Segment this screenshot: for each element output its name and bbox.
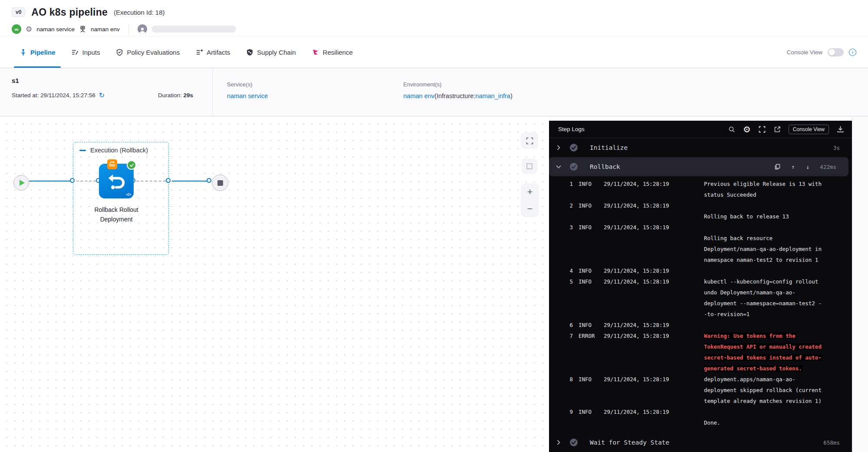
step-success-icon (127, 160, 136, 170)
connector-ring[interactable] (166, 178, 171, 183)
page-title: AO k8s pipeline (31, 7, 108, 18)
scroll-down-icon[interactable]: ↓ (806, 164, 810, 170)
log-message: Rolling back resourceDeployment/naman-qa… (704, 222, 852, 265)
log-entry: 6INFO29/11/2024, 15:28:19 (549, 320, 852, 330)
started-at-text: Started at: 29/11/2024, 15:27:56 (12, 92, 95, 99)
log-line-number: 9 (549, 406, 573, 417)
scroll-up-icon[interactable]: ↑ (792, 164, 795, 170)
header-environment-name[interactable]: naman env (91, 26, 120, 33)
tab-resilience[interactable]: Resilience (312, 36, 353, 68)
zoom-in-button[interactable]: + (527, 187, 533, 197)
download-logs-icon[interactable] (836, 125, 844, 133)
log-timestamp: 29/11/2024, 15:28:19 (604, 320, 677, 330)
section-name: Initialize (590, 144, 628, 151)
tab-pipeline-label: Pipeline (30, 49, 56, 56)
cd-module-icon: ∞ (12, 24, 21, 34)
chevron-down-icon[interactable] (554, 164, 563, 169)
execution-history-icon[interactable]: ↻ (99, 91, 105, 99)
environment-link[interactable]: naman env(Infrastructure:naman_infra) (403, 92, 512, 99)
log-search-icon[interactable] (728, 125, 736, 133)
log-timestamp: 29/11/2024, 15:28:19 (604, 374, 677, 385)
pipeline-start-node[interactable] (13, 175, 29, 191)
log-level: INFO (579, 406, 604, 417)
step-success-icon (569, 143, 579, 152)
connector-ring[interactable] (70, 178, 75, 183)
log-message: Rolling back to release 13 (704, 200, 852, 222)
tab-artifacts[interactable]: Artifacts (195, 36, 230, 68)
tab-inputs-label: Inputs (82, 49, 100, 56)
stage-name[interactable]: s1 (12, 77, 212, 84)
tab-policy-evaluations[interactable]: Policy Evaluations (115, 36, 180, 68)
canvas-fullscreen-button[interactable] (521, 132, 538, 149)
step-node-label[interactable]: Rollback RolloutDeployment (73, 205, 160, 224)
tab-artifacts-label: Artifacts (207, 49, 230, 56)
execution-group-box[interactable] (73, 142, 169, 255)
service-gear-icon: ⚙ (26, 26, 32, 33)
log-message (704, 265, 852, 276)
tab-resilience-label: Resilience (323, 49, 353, 56)
log-level: INFO (579, 276, 604, 287)
chevron-right-icon[interactable] (554, 440, 563, 445)
step-success-icon (569, 438, 579, 447)
log-entry: 2INFO29/11/2024, 15:28:19 Rolling back t… (549, 200, 852, 222)
app-root: v0 AO k8s pipeline (Execution Id: 18) ∞ … (0, 0, 868, 452)
log-line-number: 1 (549, 178, 573, 189)
log-entry: 7ERROR29/11/2024, 15:28:19Warning: Use t… (549, 330, 852, 374)
header-service-name[interactable]: naman service (36, 26, 75, 33)
log-console-view-button[interactable]: Console View (789, 125, 829, 134)
collapse-group-icon[interactable] (79, 150, 86, 151)
log-timestamp: 29/11/2024, 15:28:19 (604, 265, 677, 276)
log-settings-icon[interactable]: ⚙ (743, 125, 751, 134)
log-level: INFO (579, 222, 604, 233)
pipeline-end-node[interactable] (212, 175, 228, 191)
open-in-new-icon[interactable] (773, 125, 781, 133)
copy-logs-icon[interactable] (774, 164, 780, 170)
console-view-toggle[interactable] (828, 48, 844, 56)
log-section-initialize[interactable]: Initialize 3s (549, 138, 852, 157)
canvas-select-button[interactable] (522, 158, 537, 174)
stop-icon (217, 180, 223, 186)
supply-chain-shield-icon (246, 48, 253, 56)
resilience-chaos-icon (312, 48, 319, 56)
log-message: Done. (704, 406, 852, 428)
info-icon[interactable]: i (849, 49, 856, 56)
rollout-deployment-badge-icon (107, 159, 117, 169)
environment-rack-icon (79, 26, 86, 33)
tab-pipeline[interactable]: Pipeline (19, 36, 56, 68)
log-timestamp: 29/11/2024, 15:28:19 (604, 330, 677, 341)
log-entry: 3INFO29/11/2024, 15:28:19 Rolling back r… (549, 222, 852, 265)
pipeline-icon (19, 48, 27, 56)
log-message (704, 320, 852, 330)
service-link[interactable]: naman service (227, 92, 268, 99)
duration-text: Duration: 29s (158, 92, 212, 99)
rollback-arrow-icon (106, 171, 126, 191)
section-duration: 658ms (823, 439, 840, 446)
log-entry: 4INFO29/11/2024, 15:28:19 (549, 265, 852, 276)
stage-summary-bar: s1 Started at: 29/11/2024, 15:27:56 ↻ Du… (0, 68, 868, 116)
chevron-right-icon[interactable] (554, 145, 563, 150)
log-message: kubectl --kubeconfig=config rolloutundo … (704, 276, 852, 320)
log-level: INFO (579, 200, 604, 211)
pipeline-canvas[interactable]: Execution (Rollback) </> (0, 116, 549, 452)
log-line-number: 5 (549, 276, 573, 287)
version-badge[interactable]: v0 (12, 7, 25, 17)
log-lines-container[interactable]: 1INFO29/11/2024, 15:28:19Previous eligib… (549, 176, 852, 433)
log-entry: 8INFO29/11/2024, 15:28:19deployment.apps… (549, 374, 852, 406)
log-section-wait-for-steady-state[interactable]: Wait for Steady State 658ms (549, 433, 852, 452)
log-fullscreen-icon[interactable] (758, 125, 766, 133)
log-level: INFO (579, 374, 604, 385)
tab-inputs[interactable]: Inputs (71, 36, 100, 68)
main-area: Execution (Rollback) </> (0, 116, 868, 452)
environments-label: Environment(s) (403, 81, 512, 88)
log-line-number: 6 (549, 320, 573, 330)
log-line-number: 8 (549, 374, 573, 385)
edge-dashed-left (76, 181, 96, 181)
log-section-rollback[interactable]: Rollback ↑ ↓ 422ms (549, 157, 848, 176)
inputs-icon (71, 48, 79, 56)
zoom-out-button[interactable]: − (527, 204, 533, 214)
log-line-number: 4 (549, 265, 573, 276)
tab-supply-chain[interactable]: Supply Chain (246, 36, 296, 68)
connector-ring[interactable] (207, 178, 211, 183)
log-level: INFO (579, 320, 604, 330)
log-entry: 9INFO29/11/2024, 15:28:19 Done. (549, 406, 852, 428)
